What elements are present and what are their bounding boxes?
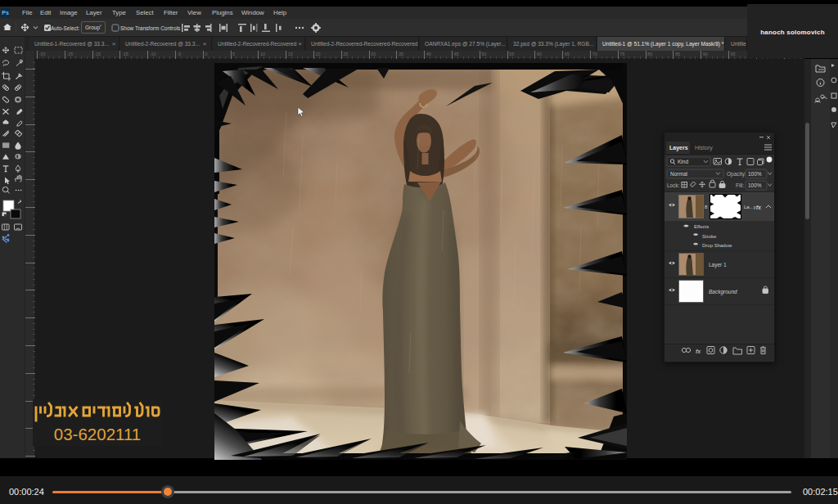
svg-text:Effects: Effects: [694, 224, 709, 229]
svg-text:Background: Background: [709, 289, 737, 295]
svg-text:03-6202111: 03-6202111: [54, 425, 141, 443]
svg-text:Drop Shadow: Drop Shadow: [702, 243, 732, 248]
svg-text:100%: 100%: [748, 182, 762, 188]
svg-text:fx: fx: [756, 205, 761, 210]
svg-text:Kind: Kind: [678, 159, 688, 164]
svg-text:History: History: [695, 145, 713, 151]
svg-text:fx: fx: [696, 349, 701, 354]
svg-text:Stroke: Stroke: [702, 234, 717, 239]
svg-text:Opacity:: Opacity:: [727, 171, 746, 178]
svg-text:Lock:: Lock:: [667, 182, 680, 188]
svg-text:100%: 100%: [748, 171, 762, 177]
svg-text:Normal: Normal: [670, 171, 688, 177]
svg-text:Layer 1: Layer 1: [709, 262, 727, 268]
svg-text:Layers: Layers: [669, 145, 688, 151]
svg-text:La...y: La...y: [744, 205, 756, 209]
svg-text:Fill:: Fill:: [736, 182, 744, 188]
